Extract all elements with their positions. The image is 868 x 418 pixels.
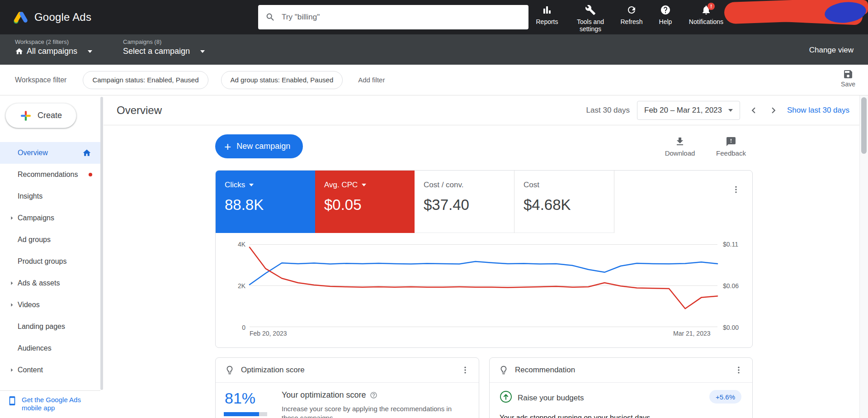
new-campaign-button[interactable]: + New campaign <box>215 134 303 158</box>
sidebar-item-insights[interactable]: Insights <box>0 185 100 207</box>
metric-cost[interactable]: Cost $4.68K <box>514 171 614 233</box>
campaign-eyebrow: Campaigns (8) <box>123 38 205 45</box>
new-campaign-label: New campaign <box>236 142 290 151</box>
uplift-badge: +5.6% <box>709 390 741 404</box>
save-icon <box>843 69 854 80</box>
bar-chart-icon <box>542 5 552 16</box>
page-title: Overview <box>117 104 162 117</box>
metric-label: Clicks <box>225 180 245 190</box>
alert-dot <box>89 173 92 176</box>
campaign-status-chip[interactable]: Campaign status: Enabled, Paused <box>83 71 208 89</box>
optimization-score-card: Optimization score 81% Your optimization… <box>215 357 479 418</box>
optimization-progress-bar <box>224 412 267 416</box>
chevron-right-icon <box>8 214 16 222</box>
plus-icon: + <box>224 141 231 152</box>
notification-badge: ! <box>708 3 715 10</box>
search-icon <box>265 12 275 22</box>
sidebar-item-ads-assets[interactable]: Ads & assets <box>0 272 100 294</box>
help-label: Help <box>659 18 672 25</box>
lightbulb-icon <box>225 365 235 375</box>
campaign-label: Select a campaign <box>123 47 190 56</box>
tools-and-settings-button[interactable]: Tools and settings <box>568 0 613 34</box>
sidebar-item-label: Audiences <box>18 344 52 352</box>
google-ads-brand: Google Ads <box>13 0 91 34</box>
metric-clicks[interactable]: Clicks 88.8K <box>216 171 315 233</box>
sidebar-item-label: Campaigns <box>18 214 54 222</box>
date-range-picker[interactable]: Feb 20 – Mar 21, 2023 <box>637 101 740 120</box>
topbar-actions: Reports Tools and settings Refresh Help … <box>526 0 731 34</box>
caret-down-icon <box>88 50 92 53</box>
google-plus-icon <box>20 110 32 122</box>
page-header: Overview Last 30 days Feb 20 – Mar 21, 2… <box>104 95 859 125</box>
home-icon <box>82 148 91 157</box>
sidebar-item-campaigns[interactable]: Campaigns <box>0 207 100 229</box>
tools-label: Tools and settings <box>568 18 613 33</box>
sidebar-item-label: Ad groups <box>18 236 51 244</box>
card-title: Optimization score <box>241 366 305 375</box>
previous-period-button[interactable] <box>747 104 760 117</box>
metric-label: Avg. CPC <box>324 180 358 190</box>
page-scroll-thumb[interactable] <box>861 97 867 154</box>
sidebar-item-overview[interactable]: Overview <box>0 142 100 164</box>
chevron-right-icon <box>8 279 16 287</box>
recommendation-body-text: Your ads stopped running on your busiest… <box>500 414 735 418</box>
sidebar-item-audiences[interactable]: Audiences <box>0 337 100 359</box>
metric-cost-per-conv[interactable]: Cost / conv. $37.40 <box>415 171 514 233</box>
card-header: Optimization score <box>216 358 479 383</box>
arrow-up-circle-icon <box>500 390 512 403</box>
recommendation-card: Recommendation Raise your budgets +5.6% … <box>489 357 753 418</box>
campaign-selector[interactable]: Campaigns (8) Select a campaign <box>123 38 205 56</box>
y-axis-left-tick: 2K <box>224 282 245 290</box>
card-menu-button[interactable] <box>734 366 743 375</box>
add-filter-button[interactable]: Add filter <box>358 76 385 84</box>
help-circle-icon[interactable] <box>370 391 377 399</box>
metric-label: Cost / conv. <box>424 180 514 190</box>
show-last-30-days-link[interactable]: Show last 30 days <box>787 106 849 115</box>
date-range-value: Feb 20 – Mar 21, 2023 <box>644 106 722 115</box>
feedback-button[interactable]: Feedback <box>711 136 751 157</box>
save-button[interactable]: Save <box>841 69 855 88</box>
ad-group-status-chip[interactable]: Ad group status: Enabled, Paused <box>221 71 343 89</box>
divider <box>614 171 614 233</box>
kebab-menu-icon <box>461 366 470 375</box>
card-title: Recommendation <box>515 366 575 375</box>
line-chart <box>250 244 717 327</box>
sidebar-item-videos[interactable]: Videos <box>0 294 100 316</box>
smartphone-icon <box>7 396 17 406</box>
create-button[interactable]: Create <box>5 103 76 128</box>
y-axis-right-tick: $0.11 <box>723 241 738 248</box>
optimization-body-text: Increase your score by applying the reco… <box>282 404 467 418</box>
next-period-button[interactable] <box>767 104 780 117</box>
sidebar-item-product-groups[interactable]: Product groups <box>0 251 100 272</box>
optimization-details: Your optimization score Increase your sc… <box>282 390 467 418</box>
workspace-selector[interactable]: Workspace (2 filters) All campaigns <box>15 38 92 56</box>
sidebar-item-landing-pages[interactable]: Landing pages <box>0 316 100 337</box>
change-view-button[interactable]: Change view <box>809 46 854 55</box>
date-range-controls: Last 30 days Feb 20 – Mar 21, 2023 Show … <box>586 101 849 120</box>
create-label: Create <box>38 111 62 120</box>
help-button[interactable]: Help <box>650 0 681 34</box>
mobile-app-link[interactable]: Get the Google Ads mobile app <box>0 390 100 418</box>
global-search[interactable] <box>258 5 528 29</box>
sidebar-item-ad-groups[interactable]: Ad groups <box>0 229 100 251</box>
metric-value: 88.8K <box>225 196 315 214</box>
notifications-button[interactable]: ! Notifications <box>681 0 731 34</box>
refresh-button[interactable]: Refresh <box>613 0 650 34</box>
sidebar-scrollbar[interactable] <box>100 97 103 390</box>
refresh-label: Refresh <box>620 18 642 25</box>
sidebar-item-recommendations[interactable]: Recommendations <box>0 164 100 185</box>
card-header: Recommendation <box>490 358 752 383</box>
kebab-menu-icon <box>731 185 741 194</box>
google-ads-logo-icon <box>13 10 29 24</box>
sidebar-item-label: Landing pages <box>18 323 65 331</box>
reports-button[interactable]: Reports <box>526 0 568 34</box>
metric-avg-cpc[interactable]: Avg. CPC $0.05 <box>315 171 415 233</box>
notifications-label: Notifications <box>689 18 723 25</box>
card-menu-button[interactable] <box>461 366 470 375</box>
sidebar-item-content[interactable]: Content <box>0 359 100 381</box>
recommendation-item-label[interactable]: Raise your budgets <box>518 394 584 403</box>
search-input[interactable] <box>282 13 521 22</box>
optimization-score-value: 81% <box>225 390 255 407</box>
stats-card-menu-button[interactable] <box>731 185 741 196</box>
download-button[interactable]: Download <box>660 136 700 157</box>
